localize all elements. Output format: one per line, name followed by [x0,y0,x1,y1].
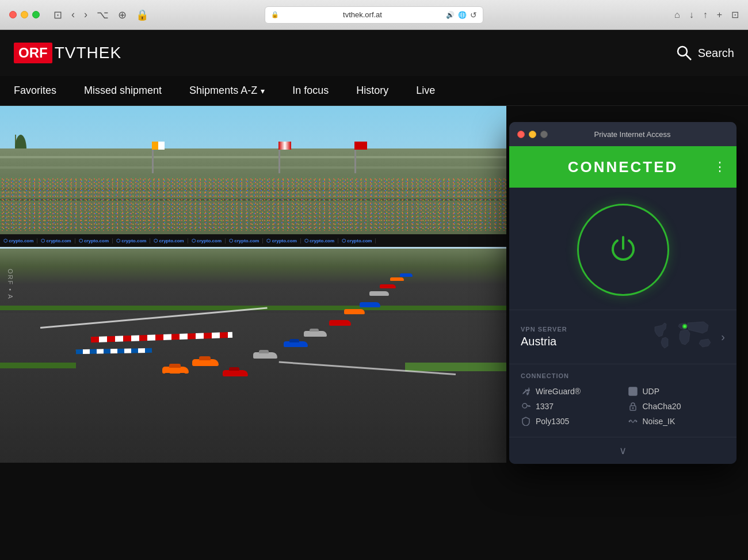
f1-car-1 [162,367,189,374]
svg-text:UDP: UDP [629,390,636,394]
pia-vpn-server-label: VPN SERVER [521,326,567,333]
video-player[interactable]: ⬡ crypto.com ⬡ crypto.com ⬡ crypto.com ⬡… [0,106,506,463]
pia-server-chevron[interactable]: › [721,330,725,344]
tvthek-text: TVTHEK [55,44,121,62]
macos-titlebar: ⊡ ‹ › ⌥ ⊕ 🔒 🔒 tvthek.orf.at 🔊 🌐 ↺ ⌂ ↓ ↑ … [0,0,748,30]
lock-icon: 🔒 [136,9,148,21]
f1-car-2 [192,359,219,366]
nav-favorites[interactable]: Favorites [14,85,56,97]
nav-history[interactable]: History [356,85,388,97]
reader-icon[interactable]: ⊕ [118,9,127,21]
search-label: Search [698,47,734,60]
url-bar[interactable]: 🔒 tvthek.orf.at 🔊 🌐 ↺ [265,6,483,24]
orf-watermark: ORF • A [7,269,14,300]
stand-row-2 [0,166,506,169]
pia-conn-udp: UDP UDP [628,386,726,397]
pia-connection-section: CONNECTION WireGuard® [509,364,736,437]
flag-1 [152,142,165,150]
share-icon[interactable]: ↑ [703,10,708,20]
search-button[interactable]: Search [676,45,734,61]
close-button[interactable] [9,11,17,18]
site-header: ORF TVTHEK Search [0,30,748,76]
svg-point-11 [635,421,637,422]
conn-chacha-label: ChaCha20 [643,402,681,411]
f1-car-5 [284,341,308,347]
pia-vpn-server-value: Austria [521,335,567,348]
pia-connected-text: CONNECTED [568,158,678,176]
pia-power-ring[interactable] [577,204,669,296]
downloads-icon[interactable]: ↓ [689,10,694,20]
f1-car-13 [400,273,413,277]
pia-titlebar: Private Internet Access [509,122,736,146]
pia-vpn-server-section[interactable]: VPN SERVER Austria [509,310,736,364]
orf-logo[interactable]: ORF TVTHEK [14,43,121,63]
key-icon [521,401,531,412]
maximize-button[interactable] [32,11,40,18]
new-tab-icon[interactable]: + [717,10,722,20]
shield-icon [521,416,531,426]
pia-conn-poly: Poly1305 [521,416,619,426]
f1-car-9 [360,302,380,307]
back-button[interactable]: ‹ [71,9,75,21]
pia-server-info: VPN SERVER Austria [521,326,567,348]
nav-live[interactable]: Live [416,85,435,97]
conn-port-label: 1337 [536,402,554,411]
conn-noise-label: Noise_IK [643,417,676,426]
power-icon [606,233,640,267]
url-text[interactable]: tvthek.orf.at [283,10,442,19]
home-icon[interactable]: ⌂ [674,10,680,20]
search-icon [676,45,692,61]
pia-maximize-button[interactable] [540,131,548,138]
pia-chevron-down-icon[interactable]: ∨ [619,444,627,457]
lock-icon [628,401,638,412]
pia-connection-label: CONNECTION [521,372,725,379]
pia-power-button[interactable] [594,221,652,279]
ssl-lock-icon: 🔒 [271,11,279,18]
wrench-icon [521,386,531,397]
curb-blue [76,348,152,353]
forward-button[interactable]: › [84,9,87,21]
grass-strip-3 [405,363,506,371]
pia-expand-button[interactable]: ∨ [509,437,736,464]
flag-2 [278,142,291,150]
pia-conn-noise: Noise_IK [628,416,726,426]
pia-server-right: › [652,318,725,356]
minimize-button[interactable] [21,11,28,18]
svg-point-9 [632,407,633,409]
crypto-ad-boards: ⬡ crypto.com ⬡ crypto.com ⬡ crypto.com ⬡… [0,234,506,247]
pia-conn-port: 1337 [521,401,619,412]
site-navigation: Favorites Missed shipment Shipments A-Z … [0,76,748,106]
f1-car-11 [380,284,396,288]
sidebar-toggle[interactable]: ⊡ [54,9,62,21]
svg-line-1 [686,55,691,60]
translate-icon[interactable]: 🌐 [458,11,467,19]
nav-in-focus[interactable]: In focus [292,85,329,97]
pia-menu-dots[interactable]: ⋮ [713,159,727,174]
conn-poly-label: Poly1305 [536,417,569,426]
conn-udp-label: UDP [643,387,660,396]
f1-car-7 [329,320,351,326]
world-map-svg [652,318,715,356]
tabs-icon[interactable]: ⊡ [731,9,739,20]
pia-minimize-button[interactable] [529,131,536,138]
pia-vpn-window[interactable]: Private Internet Access CONNECTED ⋮ [509,122,736,464]
grass-strip-2 [0,363,76,368]
crowd-bg [0,177,506,231]
conn-wireguard-label: WireGuard® [536,387,581,396]
nav-missed-shipment[interactable]: Missed shipment [84,85,162,97]
pia-traffic-lights [517,131,548,138]
f1-car-4 [253,352,277,359]
pia-conn-wireguard: WireGuard® [521,386,619,397]
browser-nav: ⊡ ‹ › ⌥ ⊕ 🔒 [54,9,148,21]
f1-car-12 [390,277,404,281]
nav-shipments-az[interactable]: Shipments A-Z [189,85,265,97]
audio-icon: 🔊 [446,11,455,19]
track-surface [0,313,506,463]
pia-title: Private Internet Access [554,130,711,139]
pia-connected-bar[interactable]: CONNECTED ⋮ [509,146,736,188]
reload-icon[interactable]: ↺ [470,10,477,20]
pia-close-button[interactable] [517,131,525,138]
protocol-icon: UDP [628,386,638,397]
f1-car-10 [369,291,389,296]
pia-body: VPN SERVER Austria [509,188,736,464]
